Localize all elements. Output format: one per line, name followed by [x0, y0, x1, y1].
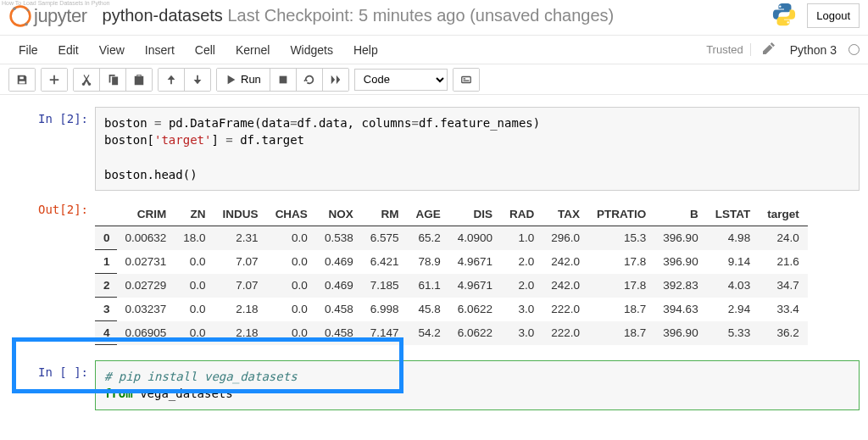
menu-edit[interactable]: Edit — [48, 38, 89, 62]
trusted-indicator[interactable]: Trusted — [706, 43, 751, 56]
checkpoint-status: Last Checkpoint: 5 minutes ago — [223, 6, 470, 25]
column-header: B — [654, 203, 706, 226]
svg-point-2 — [26, 8, 29, 11]
cell-value: 7.185 — [362, 274, 408, 298]
copy-button[interactable] — [100, 69, 126, 91]
cell-value: 394.63 — [654, 298, 706, 321]
dataframe-table: CRIMZNINDUSCHASNOXRMAGEDISRADTAXPTRATIOB… — [95, 203, 808, 345]
cell-value: 0.0 — [175, 298, 214, 321]
cell-value: 5.33 — [707, 321, 760, 345]
cell-value: 0.02731 — [117, 250, 175, 274]
table-row: 00.0063218.02.310.00.5386.57565.24.09001… — [95, 226, 808, 250]
toolbar: Run Code — [0, 64, 868, 95]
svg-point-5 — [787, 21, 789, 23]
cell-value: 0.0 — [175, 250, 214, 274]
code-input[interactable]: # pip install vega_datasets from vega_da… — [95, 360, 860, 410]
cell-value: 33.4 — [759, 298, 808, 321]
cell-value: 36.2 — [759, 321, 808, 345]
paste-button[interactable] — [126, 69, 152, 91]
cell-value: 0.03237 — [117, 298, 175, 321]
move-up-button[interactable] — [159, 69, 185, 91]
menu-kernel[interactable]: Kernel — [225, 38, 280, 62]
cell-value: 242.0 — [542, 274, 588, 298]
cell-value: 18.0 — [175, 226, 214, 250]
save-button[interactable] — [9, 69, 35, 91]
cell-value: 17.8 — [588, 250, 654, 274]
cell-value: 0.02729 — [117, 274, 175, 298]
cell-value: 0.458 — [316, 321, 362, 345]
command-palette-button[interactable] — [453, 69, 479, 91]
column-header: DIS — [449, 203, 501, 226]
row-index: 1 — [95, 250, 117, 274]
cell-value: 7.07 — [214, 274, 267, 298]
column-header: CHAS — [267, 203, 316, 226]
cell-value: 0.538 — [316, 226, 362, 250]
table-row: 30.032370.02.180.00.4586.99845.86.06223.… — [95, 298, 808, 321]
cell-value: 34.7 — [759, 274, 808, 298]
restart-run-button[interactable] — [323, 69, 348, 91]
python-icon — [771, 2, 797, 30]
svg-rect-8 — [463, 78, 465, 79]
output-cell-2: Out[2]: CRIMZNINDUSCHASNOXRMAGEDISRADTAX… — [0, 194, 868, 354]
column-header: PTRATIO — [588, 203, 654, 226]
cut-button[interactable] — [74, 69, 100, 91]
jupyter-logo[interactable]: jupyter — [8, 4, 87, 28]
cell-value: 392.83 — [654, 274, 706, 298]
window-caption: How To Load Sample Datasets In Python — [2, 0, 110, 6]
code-cell-3[interactable]: In [ ]: # pip install vega_datasets from… — [0, 357, 868, 414]
kernel-name[interactable]: Python 3 — [787, 43, 837, 57]
cell-value: 242.0 — [542, 250, 588, 274]
logout-button[interactable]: Logout — [807, 3, 860, 28]
cell-value: 0.0 — [175, 274, 214, 298]
menu-cell[interactable]: Cell — [185, 38, 225, 62]
cell-value: 17.8 — [588, 274, 654, 298]
menu-view[interactable]: View — [89, 38, 135, 62]
menu-insert[interactable]: Insert — [135, 38, 185, 62]
cell-value: 18.7 — [588, 298, 654, 321]
cell-value: 396.90 — [654, 250, 706, 274]
run-button[interactable]: Run — [217, 69, 270, 91]
column-header: TAX — [542, 203, 588, 226]
menu-bar: File Edit View Insert Cell Kernel Widget… — [0, 36, 868, 64]
code-input[interactable]: boston = pd.DataFrame(data=df.data, colu… — [95, 107, 860, 191]
cell-value: 0.0 — [267, 321, 316, 345]
cell-value: 65.2 — [407, 226, 448, 250]
cell-value: 4.03 — [707, 274, 760, 298]
cell-value: 2.18 — [214, 321, 267, 345]
restart-button[interactable] — [297, 69, 323, 91]
celltype-select[interactable]: Code — [354, 69, 448, 91]
dataframe-output: CRIMZNINDUSCHASNOXRMAGEDISRADTAXPTRATIOB… — [95, 198, 860, 350]
cell-value: 6.998 — [362, 298, 408, 321]
input-prompt: In [ ]: — [17, 360, 95, 410]
cell-value: 396.90 — [654, 226, 706, 250]
notebook: In [2]: boston = pd.DataFrame(data=df.da… — [0, 95, 868, 414]
cell-value: 0.469 — [316, 274, 362, 298]
cell-value: 18.7 — [588, 321, 654, 345]
cell-value: 2.31 — [214, 226, 267, 250]
cell-value: 6.421 — [362, 250, 408, 274]
cell-value: 0.0 — [175, 321, 214, 345]
jupyter-icon — [8, 4, 32, 28]
edit-icon[interactable] — [758, 42, 780, 57]
cell-value: 1.0 — [501, 226, 542, 250]
cell-value: 0.0 — [267, 250, 316, 274]
jupyter-wordmark: jupyter — [34, 5, 87, 27]
notebook-title[interactable]: python-datasets Last Checkpoint: 5 minut… — [103, 6, 762, 25]
cell-value: 2.0 — [501, 274, 542, 298]
cell-value: 222.0 — [542, 298, 588, 321]
menu-file[interactable]: File — [8, 38, 48, 62]
table-row: 40.069050.02.180.00.4587.14754.26.06223.… — [95, 321, 808, 345]
insert-cell-button[interactable] — [42, 69, 67, 91]
cell-value: 222.0 — [542, 321, 588, 345]
column-header: target — [759, 203, 808, 226]
code-cell-2[interactable]: In [2]: boston = pd.DataFrame(data=df.da… — [0, 103, 868, 194]
menu-help[interactable]: Help — [343, 38, 388, 62]
svg-point-4 — [779, 5, 781, 7]
cell-value: 24.0 — [759, 226, 808, 250]
menu-widgets[interactable]: Widgets — [280, 38, 343, 62]
cell-value: 2.18 — [214, 298, 267, 321]
move-down-button[interactable] — [185, 69, 210, 91]
cell-value: 54.2 — [407, 321, 448, 345]
interrupt-button[interactable] — [270, 69, 297, 91]
svg-rect-7 — [462, 76, 471, 82]
